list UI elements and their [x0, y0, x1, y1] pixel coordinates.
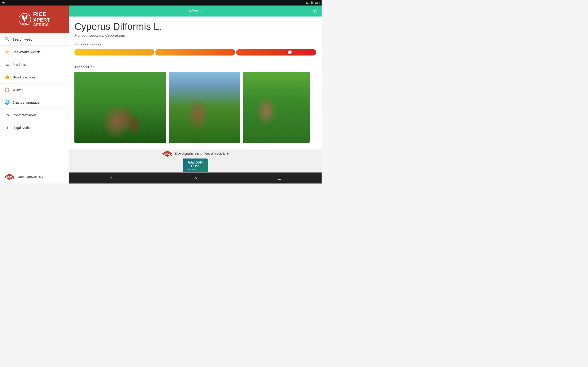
plant-image-3[interactable]: [243, 72, 310, 143]
svg-point-1: [21, 15, 26, 20]
logo-area: AFRICA RICE XPERT AFRICA: [19, 11, 50, 27]
nav-home-button[interactable]: ○: [194, 175, 197, 181]
nav-bar: ◁ ○ □: [69, 173, 321, 184]
recognition-section: RECOGNITION: [74, 66, 316, 143]
status-bar: 📷 3G 🔋 5:54: [0, 0, 321, 6]
info-icon: ℹ: [5, 125, 10, 130]
top-bar: ← Weeds ☆: [69, 6, 321, 17]
plant-photo-2: [169, 72, 240, 143]
status-bar-left: 📷: [2, 1, 5, 4]
logo-line3: AFRICA: [33, 23, 50, 27]
plant-photo-3: [243, 72, 310, 143]
sidebar-item-wikwio[interactable]: 📋 Wikwio: [0, 83, 69, 96]
dow-diamond-logo: DOW: [4, 173, 15, 181]
back-button[interactable]: ←: [73, 8, 78, 14]
sidebar-menu: 🔍 Search weed ⭐ Bookmarks weeds ☰ Produc…: [0, 33, 69, 170]
nav-back-button[interactable]: ◁: [110, 175, 113, 181]
page-title: Weeds: [189, 9, 202, 14]
sidebar-item-label: Bookmarks weeds: [12, 50, 41, 54]
aggressiveness-label: AGGRESSIVENESS: [74, 43, 316, 46]
svg-text:DOW: DOW: [6, 175, 13, 178]
ad-bar: DOW Dow AgroSciences Weeding solutions R…: [69, 150, 321, 173]
svg-point-4: [24, 19, 26, 22]
aggressiveness-knob[interactable]: [288, 50, 292, 55]
sidebar-item-label: Legal Notice: [12, 126, 32, 130]
sidebar-item-search-weed[interactable]: 🔍 Search weed: [0, 33, 69, 46]
camera-icon: 📷: [2, 1, 5, 4]
weed-subtitle: Monocotylédones, Cyperaceae: [74, 33, 316, 38]
sidebar-item-good-practices[interactable]: 👍 Good practices: [0, 71, 69, 83]
globe-icon: 🌐: [5, 100, 10, 105]
thumbs-up-icon: 👍: [5, 75, 10, 80]
rice-xpert-logo-icon: AFRICA: [19, 12, 31, 26]
logo-text-block: RICE XPERT AFRICA: [33, 11, 50, 27]
sidebar-item-label: Contactez-nous: [12, 113, 36, 117]
aggressiveness-seg2: [155, 49, 235, 56]
svg-point-8: [13, 178, 15, 179]
battery-icon: 🔋: [310, 1, 313, 4]
document-icon: 📋: [5, 87, 10, 92]
ad-dow-logo: DOW: [162, 150, 173, 157]
weed-title: Cyperus Difformis L.: [74, 21, 316, 32]
sidebar-item-label: Search weed: [12, 37, 33, 41]
sidebar-item-label: Change language: [12, 100, 40, 104]
sidebar-footer: DOW Dow AgroSciences: [0, 170, 69, 184]
ad-product[interactable]: Rainbow 25 OD HERBICIDE: [183, 158, 208, 172]
sidebar-item-label: Wikwio: [12, 88, 23, 92]
sidebar-item-contactez-nous[interactable]: ✉ Contactez-nous: [0, 109, 69, 121]
plant-image-1[interactable]: [74, 72, 166, 143]
logo-line1: RICE: [33, 11, 50, 17]
svg-text:AFRICA: AFRICA: [22, 24, 29, 26]
ad-bar-top: DOW Dow AgroSciences Weeding solutions: [162, 150, 229, 157]
list-icon: ☰: [5, 62, 10, 67]
sidebar-item-products[interactable]: ☰ Products: [0, 58, 69, 71]
svg-point-11: [171, 155, 172, 156]
logo-line2: XPERT: [33, 17, 50, 23]
sidebar-item-change-language[interactable]: 🌐 Change language: [0, 96, 69, 109]
svg-text:DOW: DOW: [164, 152, 170, 155]
search-icon: 🔍: [5, 37, 10, 42]
aggressiveness-section: AGGRESSIVENESS: [74, 43, 316, 60]
nav-recent-button[interactable]: □: [278, 175, 281, 181]
product-name: Rainbow: [187, 160, 203, 165]
sidebar-item-label: Good practices: [12, 75, 36, 79]
aggressiveness-seg3: [236, 49, 316, 56]
recognition-label: RECOGNITION: [74, 66, 316, 69]
ad-slogan: Weeding solutions: [204, 152, 229, 155]
sidebar-item-label: Products: [12, 63, 26, 67]
product-type: HERBICIDE: [187, 168, 203, 170]
ad-brand-name: Dow AgroSciences: [175, 152, 202, 156]
plant-photo-1: [74, 72, 166, 143]
aggressiveness-seg1: [74, 49, 154, 56]
content-area: Cyperus Difformis L. Monocotylédones, Cy…: [69, 17, 321, 150]
rainbow-product-box: Rainbow 25 OD HERBICIDE: [183, 158, 208, 172]
svg-point-2: [25, 15, 28, 19]
product-size: 25 OD: [187, 165, 203, 168]
app-container: AFRICA RICE XPERT AFRICA 🔍 Search weed ⭐…: [0, 6, 321, 184]
recognition-images: [74, 72, 316, 143]
time-display: 5:54: [315, 1, 320, 4]
sidebar-item-legal-notice[interactable]: ℹ Legal Notice: [0, 121, 69, 134]
sidebar-footer-label: Dow AgroSciences: [18, 175, 43, 178]
sidebar-item-bookmarks[interactable]: ⭐ Bookmarks weeds: [0, 46, 69, 58]
network-indicator: 3G: [305, 1, 309, 4]
sidebar-header: AFRICA RICE XPERT AFRICA: [0, 6, 69, 33]
favorite-button[interactable]: ☆: [313, 8, 318, 14]
status-bar-right: 3G 🔋 5:54: [305, 1, 320, 4]
star-icon: ⭐: [5, 49, 10, 54]
mail-icon: ✉: [5, 112, 10, 117]
content-wrapper: Cyperus Difformis L. Monocotylédones, Cy…: [69, 17, 321, 173]
main-content: ← Weeds ☆ Cyperus Difformis L. Monocotyl…: [69, 6, 321, 184]
aggressiveness-bar: [74, 49, 316, 56]
plant-image-2[interactable]: [169, 72, 240, 143]
sidebar: AFRICA RICE XPERT AFRICA 🔍 Search weed ⭐…: [0, 6, 69, 184]
